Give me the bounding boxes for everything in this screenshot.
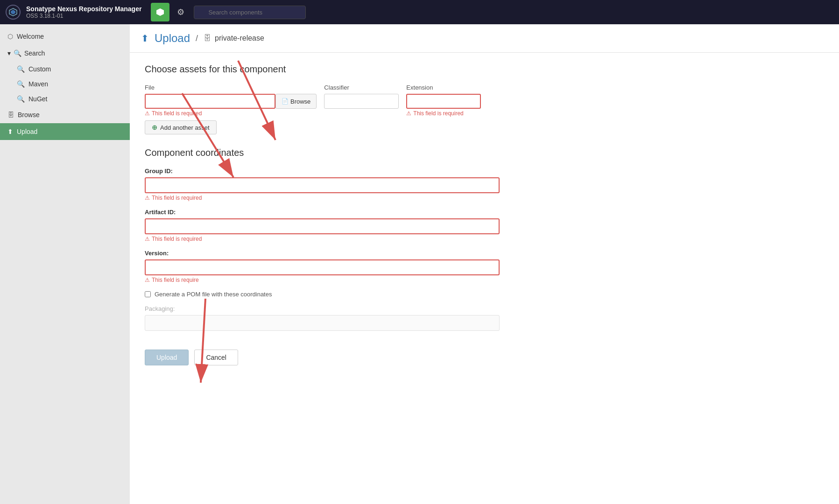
global-search-input[interactable] — [194, 6, 306, 19]
file-field-group: File 📄 Browse ⚠ This field is required — [145, 84, 317, 117]
generate-pom-label[interactable]: Generate a POM file with these coordinat… — [155, 291, 272, 298]
app-subtitle: OSS 3.18.1-01 — [26, 13, 141, 19]
breadcrumb: 🗄 private-release — [204, 34, 264, 42]
extension-error-text: This field is required — [413, 110, 463, 117]
file-error-msg: ⚠ This field is required — [145, 110, 317, 117]
extension-input[interactable] — [406, 94, 481, 109]
sidebar-item-welcome[interactable]: ⬡ Welcome — [0, 28, 130, 45]
version-label: Version: — [145, 250, 824, 257]
sidebar-item-search[interactable]: ▾ 🔍 Search — [0, 45, 130, 62]
sidebar-item-upload[interactable]: ⬆ Upload — [0, 123, 130, 140]
sidebar: ⬡ Welcome ▾ 🔍 Search 🔍 Custom 🔍 Maven 🔍 … — [0, 24, 130, 504]
repo-name: private-release — [215, 34, 264, 42]
extension-error-msg: ⚠ This field is required — [406, 110, 481, 117]
version-input[interactable] — [145, 259, 500, 275]
version-error-icon: ⚠ — [145, 277, 150, 283]
repo-db-icon: 🗄 — [204, 34, 211, 42]
group-id-error-text: This field is required — [152, 195, 202, 201]
search-nav-icon: 🔍 — [14, 49, 21, 57]
sidebar-custom-label: Custom — [28, 65, 51, 73]
packaging-label: Packaging: — [145, 305, 824, 312]
classifier-field-group: Classifier — [324, 84, 399, 109]
sidebar-item-welcome-label: Welcome — [17, 33, 44, 40]
assets-section-title: Choose assets for this component — [145, 64, 824, 75]
add-asset-label: Add another asset — [160, 124, 210, 131]
sidebar-item-nuget[interactable]: 🔍 NuGet — [4, 91, 130, 106]
file-input-group: 📄 Browse — [145, 94, 317, 109]
artifact-id-field: Artifact ID: ⚠ This field is required — [145, 209, 824, 242]
extension-label: Extension — [406, 84, 481, 91]
welcome-icon: ⬡ — [7, 33, 13, 40]
sidebar-item-custom[interactable]: 🔍 Custom — [4, 62, 130, 77]
artifact-id-error-msg: ⚠ This field is required — [145, 236, 824, 242]
group-id-error-icon: ⚠ — [145, 195, 150, 201]
packaging-input[interactable] — [145, 315, 500, 331]
add-another-asset-button[interactable]: ⊕ Add another asset — [145, 120, 217, 134]
svg-marker-2 — [156, 8, 164, 16]
upload-sidebar-icon: ⬆ — [7, 128, 13, 135]
add-asset-icon: ⊕ — [152, 124, 157, 131]
action-row: Upload Cancel — [145, 342, 824, 365]
version-error-msg: ⚠ This field is require — [145, 277, 824, 283]
file-label: File — [145, 84, 317, 91]
page-title: Upload — [155, 32, 190, 45]
file-error-text: This field is required — [152, 110, 202, 117]
generate-pom-checkbox[interactable] — [145, 291, 151, 297]
browse-file-icon: 📄 — [282, 98, 289, 105]
svg-marker-1 — [11, 10, 15, 14]
main-content: ⬆ Upload / 🗄 private-release Choose asse… — [130, 24, 839, 504]
sidebar-browse-label: Browse — [18, 111, 40, 119]
breadcrumb-separator: / — [196, 34, 198, 43]
sidebar-maven-label: Maven — [28, 80, 48, 88]
artifact-id-error-text: This field is required — [152, 236, 202, 242]
classifier-input[interactable] — [324, 94, 399, 109]
caret-icon: ▾ — [7, 49, 11, 57]
sidebar-upload-label: Upload — [17, 128, 37, 135]
navbar: Sonatype Nexus Repository Manager OSS 3.… — [0, 0, 839, 24]
maven-search-icon: 🔍 — [17, 80, 25, 88]
app-logo — [6, 5, 21, 20]
artifact-id-label: Artifact ID: — [145, 209, 824, 216]
sidebar-nuget-label: NuGet — [28, 95, 47, 103]
browse-button[interactable]: 📄 Browse — [275, 94, 317, 109]
upload-button[interactable]: Upload — [145, 350, 189, 365]
main-layout: ⬡ Welcome ▾ 🔍 Search 🔍 Custom 🔍 Maven 🔍 … — [0, 24, 839, 504]
extension-error-icon: ⚠ — [406, 110, 411, 117]
generate-pom-row: Generate a POM file with these coordinat… — [145, 291, 824, 298]
group-id-field: Group ID: ⚠ This field is required — [145, 168, 824, 201]
artifact-id-input[interactable] — [145, 218, 500, 234]
sidebar-search-label: Search — [24, 49, 45, 57]
group-id-label: Group ID: — [145, 168, 824, 175]
sidebar-item-maven[interactable]: 🔍 Maven — [4, 77, 130, 91]
form-area: Choose assets for this component File 📄 … — [130, 53, 839, 377]
artifact-id-error-icon: ⚠ — [145, 236, 150, 242]
app-title-block: Sonatype Nexus Repository Manager OSS 3.… — [26, 5, 141, 19]
version-field: Version: ⚠ This field is require — [145, 250, 824, 283]
page-header: ⬆ Upload / 🗄 private-release — [130, 24, 839, 53]
version-error-text: This field is require — [152, 277, 199, 283]
app-title: Sonatype Nexus Repository Manager — [26, 5, 141, 13]
component-coordinates-section: Component coordinates Group ID: ⚠ This f… — [145, 147, 824, 365]
extension-field-group: Extension ⚠ This field is required — [406, 84, 481, 117]
sidebar-item-browse[interactable]: 🗄 Browse — [0, 106, 130, 123]
cancel-button[interactable]: Cancel — [194, 350, 238, 365]
packaging-field: Packaging: — [145, 305, 824, 331]
custom-search-icon: 🔍 — [17, 65, 25, 73]
upload-header-icon: ⬆ — [141, 33, 149, 44]
nuget-search-icon: 🔍 — [17, 95, 25, 103]
group-id-error-msg: ⚠ This field is required — [145, 195, 824, 201]
browse-db-icon: 🗄 — [7, 111, 14, 119]
search-wrapper: 🔍 — [190, 6, 306, 19]
group-id-input[interactable] — [145, 177, 500, 193]
classifier-label: Classifier — [324, 84, 399, 91]
coordinates-section-title: Component coordinates — [145, 147, 824, 158]
browse-btn-label: Browse — [290, 98, 310, 105]
file-error-icon: ⚠ — [145, 110, 150, 117]
sidebar-search-children: 🔍 Custom 🔍 Maven 🔍 NuGet — [0, 62, 130, 106]
settings-icon[interactable]: ⚙ — [177, 7, 184, 17]
file-fields-row: File 📄 Browse ⚠ This field is required — [145, 84, 824, 117]
file-input[interactable] — [145, 94, 275, 109]
upload-nav-button[interactable] — [151, 3, 169, 21]
